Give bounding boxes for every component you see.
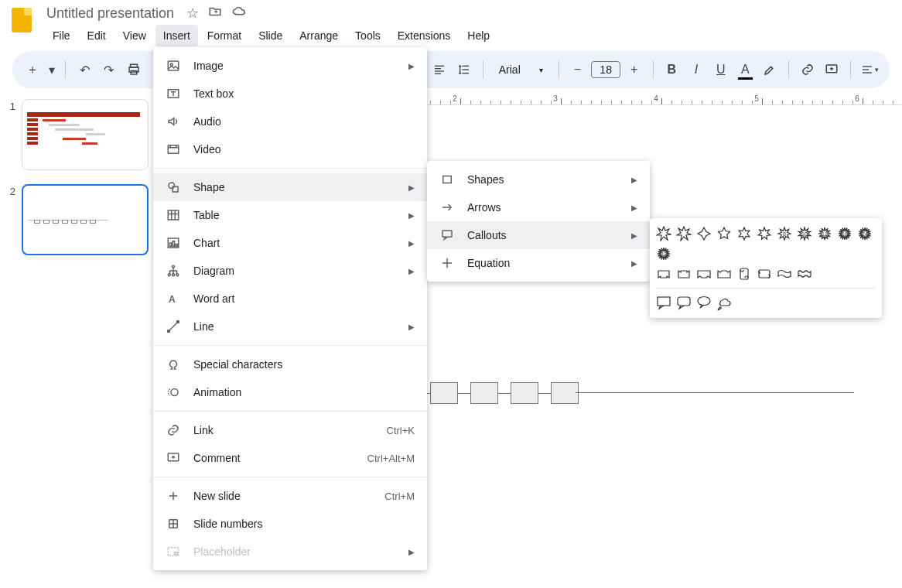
move-folder-icon[interactable] <box>208 5 222 22</box>
insert-comment-button[interactable] <box>822 58 843 81</box>
slides-logo[interactable] <box>6 5 37 36</box>
callout-star32[interactable]: 32 <box>656 246 671 262</box>
callout-scroll-v[interactable] <box>736 266 752 282</box>
submenu-arrow-icon: ▶ <box>408 267 415 275</box>
callout-star24[interactable]: 24 <box>857 226 873 241</box>
svg-marker-60 <box>698 227 710 240</box>
insert-item-comment[interactable]: CommentCtrl+Alt+M <box>153 444 427 472</box>
svg-rect-29 <box>176 244 177 247</box>
callout-ribbon2-down[interactable] <box>716 266 732 282</box>
callout-star5[interactable] <box>716 226 732 241</box>
insert-item-slide-numbers[interactable]: Slide numbers <box>153 510 427 538</box>
insert-item-special-characters[interactable]: Special characters <box>153 350 427 378</box>
callout-ribbon-up[interactable] <box>656 266 671 282</box>
shape-item-callouts[interactable]: Callouts▶ <box>427 221 650 249</box>
menu-extensions[interactable]: Extensions <box>390 25 458 46</box>
align-dropdown[interactable]: ▾ <box>859 58 880 81</box>
svg-rect-52 <box>443 176 452 183</box>
shape-item-equation[interactable]: Equation▶ <box>427 249 650 277</box>
callout-scroll-h[interactable] <box>757 266 772 282</box>
font-family-select[interactable]: Arial▾ <box>491 63 551 76</box>
slide-thumbnail-1[interactable]: 1 <box>6 99 149 170</box>
callout-star12[interactable]: 12 <box>817 226 832 241</box>
insert-item-audio[interactable]: Audio <box>153 108 427 135</box>
highlight-color-button[interactable] <box>759 58 781 81</box>
decrease-font-size[interactable]: − <box>567 58 589 81</box>
font-size-input[interactable]: 18 <box>591 61 620 78</box>
menu-item-label: Link <box>193 424 374 436</box>
callout-star6[interactable] <box>736 226 752 241</box>
separator <box>653 60 654 79</box>
menu-arrange[interactable]: Arrange <box>292 25 346 46</box>
menu-file[interactable]: File <box>45 25 78 46</box>
insert-item-shape[interactable]: Shape▶ <box>153 173 427 201</box>
textbox-icon <box>166 87 181 101</box>
video-icon <box>166 142 181 156</box>
insert-link-button[interactable] <box>797 58 818 81</box>
insert-item-table[interactable]: Table▶ <box>153 201 427 229</box>
svg-rect-16 <box>168 61 179 70</box>
insert-item-line[interactable]: Line▶ <box>153 313 427 340</box>
insert-item-animation[interactable]: Animation <box>153 378 427 406</box>
callout-star8[interactable]: 8 <box>777 226 792 241</box>
menu-view[interactable]: View <box>115 25 154 46</box>
insert-item-new-slide[interactable]: New slideCtrl+M <box>153 482 427 510</box>
callout-star16[interactable]: 16 <box>837 226 852 241</box>
menu-help[interactable]: Help <box>460 25 497 46</box>
align-left-icon[interactable] <box>429 58 450 81</box>
star-icon[interactable]: ☆ <box>186 5 199 22</box>
menu-slide[interactable]: Slide <box>251 25 290 46</box>
callout-row-1: 81012162432 <box>656 226 876 262</box>
insert-item-chart[interactable]: Chart▶ <box>153 229 427 257</box>
callout-double-wave[interactable] <box>797 266 812 282</box>
insert-item-diagram[interactable]: Diagram▶ <box>153 257 427 285</box>
callout-explosion2[interactable] <box>676 226 692 241</box>
menu-insert[interactable]: Insert <box>155 25 198 46</box>
undo-button[interactable]: ↶ <box>73 58 95 81</box>
insert-item-video[interactable]: Video <box>153 135 427 163</box>
insert-item-image[interactable]: Image▶ <box>153 52 427 80</box>
menu-edit[interactable]: Edit <box>80 25 114 46</box>
callout-round-rect-callout[interactable] <box>676 295 692 310</box>
callout-oval-callout[interactable] <box>696 295 712 310</box>
shape-item-arrows[interactable]: Arrows▶ <box>427 193 650 221</box>
callout-star10[interactable]: 10 <box>797 226 812 241</box>
svg-line-35 <box>169 322 178 331</box>
link-icon <box>166 423 181 437</box>
insert-item-word-art[interactable]: AWord art <box>153 285 427 313</box>
callout-star7[interactable] <box>757 226 772 241</box>
menu-tools[interactable]: Tools <box>347 25 388 46</box>
canvas-line[interactable] <box>576 392 854 393</box>
callout-explosion1[interactable] <box>656 226 671 241</box>
new-slide-button[interactable]: ＋ <box>22 58 43 81</box>
shape-submenu: Shapes▶Arrows▶Callouts▶Equation▶ <box>427 161 650 282</box>
redo-button[interactable]: ↷ <box>98 58 120 81</box>
callout-ribbon2-up[interactable] <box>696 266 712 282</box>
submenu-arrow-icon: ▶ <box>631 259 637 268</box>
slide-number: 1 <box>6 99 15 170</box>
cloud-status-icon[interactable] <box>231 5 247 22</box>
insert-item-link[interactable]: LinkCtrl+K <box>153 416 427 444</box>
slide-thumbnail-2[interactable]: 2 <box>6 184 149 255</box>
underline-button[interactable]: U <box>710 58 732 81</box>
callout-cloud-callout[interactable] <box>716 295 732 310</box>
insert-item-text-box[interactable]: Text box <box>153 80 427 108</box>
callout-ribbon-down[interactable] <box>676 266 692 282</box>
increase-font-size[interactable]: + <box>624 58 645 81</box>
callout-star4[interactable] <box>696 226 712 241</box>
document-title[interactable]: Untitled presentation <box>46 5 174 22</box>
text-color-button[interactable]: A <box>735 58 757 81</box>
menu-format[interactable]: Format <box>200 25 249 46</box>
italic-button[interactable]: I <box>685 58 707 81</box>
separator <box>788 60 789 79</box>
placeholder-icon <box>166 545 181 559</box>
print-button[interactable] <box>123 58 145 81</box>
menu-item-label: Animation <box>193 386 415 398</box>
line-spacing-icon[interactable] <box>453 58 475 81</box>
callout-rect-callout[interactable] <box>656 295 671 310</box>
shape-item-shapes[interactable]: Shapes▶ <box>427 166 650 193</box>
bold-button[interactable]: B <box>661 58 683 81</box>
new-slide-dropdown[interactable]: ▾ <box>46 58 58 81</box>
callout-wave[interactable] <box>777 266 792 282</box>
submenu-arrow-icon: ▶ <box>408 183 415 192</box>
